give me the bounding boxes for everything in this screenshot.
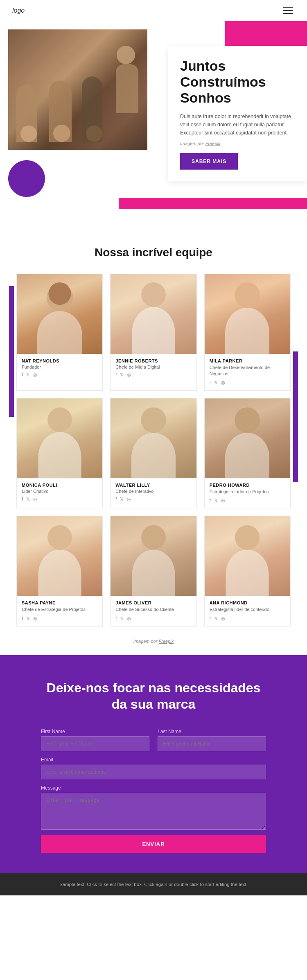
last-name-group: Last Name <box>158 729 266 751</box>
team-freepik-link[interactable]: Freepik <box>159 639 174 644</box>
team-social-icons: f 𝕏 ◎ <box>210 498 285 503</box>
logo: logo <box>12 7 25 14</box>
name-row: First Name Last Name <box>41 729 266 751</box>
instagram-icon[interactable]: ◎ <box>221 498 225 503</box>
team-member-name: JAMES OLIVER <box>115 600 191 605</box>
twitter-icon[interactable]: 𝕏 <box>26 616 30 621</box>
instagram-icon[interactable]: ◎ <box>221 380 225 385</box>
facebook-icon[interactable]: f <box>22 372 23 378</box>
facebook-icon[interactable]: f <box>115 497 117 502</box>
message-textarea[interactable] <box>41 793 266 830</box>
team-card: SASHA PAYNE Chefe de Estratégia de Proje… <box>16 516 103 626</box>
team-member-photo <box>17 398 102 478</box>
twitter-icon[interactable]: 𝕏 <box>214 380 218 385</box>
hamburger-menu-button[interactable] <box>282 6 295 16</box>
team-member-photo <box>205 274 290 354</box>
twitter-icon[interactable]: 𝕏 <box>26 372 30 378</box>
team-social-icons: f 𝕏 ◎ <box>115 497 191 502</box>
twitter-icon[interactable]: 𝕏 <box>120 616 124 621</box>
hero-section: Juntos Construímos Sonhos Duis aute irur… <box>0 21 307 217</box>
first-name-input[interactable] <box>41 736 149 751</box>
team-card: WALTER LILLY Chefe de Interativo f 𝕏 ◎ <box>110 398 196 508</box>
twitter-icon[interactable]: 𝕏 <box>26 497 30 502</box>
team-social-icons: f 𝕏 ◎ <box>210 616 285 621</box>
first-name-group: First Name <box>41 729 149 751</box>
team-member-name: MÔNICA POULI <box>22 483 97 488</box>
instagram-icon[interactable]: ◎ <box>33 616 37 621</box>
team-member-role: Chefe de Estratégia de Projetos <box>22 606 97 613</box>
team-section: Nossa incrível equipe NAT REYNOLDS Funda… <box>0 230 307 655</box>
facebook-icon[interactable]: f <box>115 616 117 621</box>
hero-cta-button[interactable]: SABER MAIS <box>180 153 238 170</box>
hero-team-image <box>8 29 147 150</box>
instagram-icon[interactable]: ◎ <box>221 616 225 621</box>
instagram-icon[interactable]: ◎ <box>127 497 131 502</box>
team-social-icons: f 𝕏 ◎ <box>115 616 191 621</box>
team-member-role: Chefe de Sucesso do Cliente <box>115 606 191 613</box>
team-card-info: NAT REYNOLDS Fundador f 𝕏 ◎ <box>17 354 102 383</box>
team-member-name: WALTER LILLY <box>115 483 191 488</box>
twitter-icon[interactable]: 𝕏 <box>214 616 218 621</box>
hero-purple-circle <box>8 160 45 197</box>
facebook-icon[interactable]: f <box>115 372 117 378</box>
team-member-role: Chefe de Desenvolvimento de Negócios <box>210 365 285 377</box>
instagram-icon[interactable]: ◎ <box>127 372 131 378</box>
team-card: JENNIE ROBERTS Chefe de Mídia Digital f … <box>110 274 196 391</box>
twitter-icon[interactable]: 𝕏 <box>214 498 218 503</box>
team-member-photo <box>205 398 290 478</box>
submit-button[interactable]: ENVIAR <box>41 835 266 853</box>
team-member-name: JENNIE ROBERTS <box>115 358 191 363</box>
facebook-icon[interactable]: f <box>210 616 211 621</box>
team-card-info: MILA PARKER Chefe de Desenvolvimento de … <box>205 354 290 390</box>
team-card: PEDRO HOWARD Estrategista Líder de Proje… <box>204 398 291 508</box>
team-member-name: PEDRO HOWARD <box>210 483 285 488</box>
cta-section: Deixe-nos focar nas necessidades da sua … <box>0 655 307 873</box>
team-member-photo <box>17 516 102 596</box>
cta-title: Deixe-nos focar nas necessidades da sua … <box>41 680 266 712</box>
instagram-icon[interactable]: ◎ <box>127 616 131 621</box>
email-input[interactable] <box>41 765 266 779</box>
facebook-icon[interactable]: f <box>22 616 23 621</box>
team-image-credit: Imagem por Freepik <box>16 635 291 647</box>
email-group: Email <box>41 757 266 779</box>
team-purple-bar-left <box>9 286 14 417</box>
instagram-icon[interactable]: ◎ <box>33 497 37 502</box>
team-card-info: SASHA PAYNE Chefe de Estratégia de Proje… <box>17 596 102 626</box>
hero-pink-rect-bottom <box>119 198 307 209</box>
team-member-name: ANA RICHMOND <box>210 600 285 605</box>
team-member-role: Fundador <box>22 365 97 369</box>
hero-title: Juntos Construímos Sonhos <box>180 58 295 106</box>
team-card-info: MÔNICA POULI Líder Criativo f 𝕏 ◎ <box>17 478 102 507</box>
team-grid: NAT REYNOLDS Fundador f 𝕏 ◎ JENNIE ROBER… <box>16 274 291 626</box>
footer: Sample text. Click to select the text bo… <box>0 873 307 895</box>
team-member-photo <box>205 516 290 596</box>
email-label: Email <box>41 757 266 763</box>
last-name-input[interactable] <box>158 736 266 751</box>
twitter-icon[interactable]: 𝕏 <box>120 497 124 502</box>
facebook-icon[interactable]: f <box>210 498 211 503</box>
hero-description: Duis aute irure dolor in reprehenderit i… <box>180 112 295 137</box>
hero-freepik-link[interactable]: Freepik <box>205 141 221 146</box>
team-member-photo <box>111 274 196 354</box>
team-purple-bar-right <box>293 351 298 482</box>
team-member-photo <box>111 516 196 596</box>
team-card: NAT REYNOLDS Fundador f 𝕏 ◎ <box>16 274 103 391</box>
hero-content-card: Juntos Construímos Sonhos Duis aute irur… <box>168 46 307 181</box>
team-card-info: WALTER LILLY Chefe de Interativo f 𝕏 ◎ <box>111 478 196 507</box>
team-social-icons: f 𝕏 ◎ <box>115 372 191 378</box>
team-card-info: JENNIE ROBERTS Chefe de Mídia Digital f … <box>111 354 196 383</box>
last-name-label: Last Name <box>158 729 266 734</box>
team-member-name: NAT REYNOLDS <box>22 358 97 363</box>
facebook-icon[interactable]: f <box>22 497 23 502</box>
team-section-title: Nossa incrível equipe <box>16 246 291 259</box>
facebook-icon[interactable]: f <box>210 380 211 385</box>
first-name-label: First Name <box>41 729 149 734</box>
team-social-icons: f 𝕏 ◎ <box>22 497 97 502</box>
team-member-role: Estrategista líder de conteúdo <box>210 606 285 613</box>
twitter-icon[interactable]: 𝕏 <box>120 372 124 378</box>
team-card-info: ANA RICHMOND Estrategista líder de conte… <box>205 596 290 626</box>
team-member-photo <box>17 274 102 354</box>
team-card-info: PEDRO HOWARD Estrategista Líder de Proje… <box>205 478 290 508</box>
team-member-name: MILA PARKER <box>210 358 285 363</box>
instagram-icon[interactable]: ◎ <box>33 372 37 378</box>
